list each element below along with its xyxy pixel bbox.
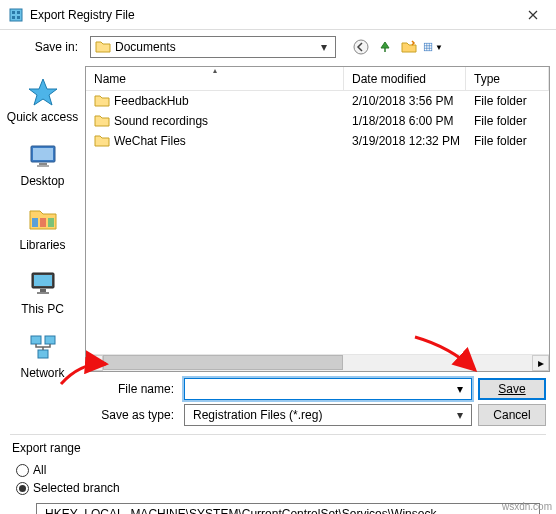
nav-buttons: ▼ — [350, 36, 444, 58]
branch-path-field[interactable] — [36, 503, 540, 514]
table-row[interactable]: Sound recordings1/18/2018 6:00 PMFile fo… — [86, 111, 549, 131]
export-range-group: Export range All Selected branch — [0, 435, 556, 514]
svg-point-5 — [354, 40, 368, 54]
svg-rect-3 — [12, 16, 15, 19]
table-row[interactable]: WeChat Files3/19/2018 12:32 PMFile folde… — [86, 131, 549, 151]
svg-rect-2 — [17, 11, 20, 14]
registry-icon — [8, 7, 24, 23]
sidebar-item-network[interactable]: Network — [0, 330, 85, 382]
svg-rect-17 — [40, 218, 46, 227]
file-name-label: File name: — [90, 382, 178, 396]
svg-marker-11 — [29, 79, 57, 105]
chevron-down-icon: ▾ — [453, 408, 467, 422]
svg-rect-23 — [31, 336, 41, 344]
column-name[interactable]: Name ▴ — [86, 67, 344, 90]
svg-rect-24 — [45, 336, 55, 344]
svg-rect-18 — [48, 218, 54, 227]
list-header: Name ▴ Date modified Type — [86, 67, 549, 91]
svg-rect-1 — [12, 11, 15, 14]
folder-icon — [94, 93, 110, 109]
svg-rect-16 — [32, 218, 38, 227]
network-icon — [27, 332, 59, 364]
file-date: 2/10/2018 3:56 PM — [344, 94, 466, 108]
folder-icon — [94, 133, 110, 149]
folder-icon — [94, 113, 110, 129]
file-name-field[interactable]: ▾ — [184, 378, 472, 400]
branch-path-input[interactable] — [43, 506, 533, 514]
radio-icon-checked — [16, 482, 29, 495]
chevron-down-icon: ▾ — [317, 40, 331, 54]
scroll-right-arrow[interactable]: ▸ — [532, 355, 549, 371]
title-bar: Export Registry File — [0, 0, 556, 30]
new-folder-button[interactable] — [398, 36, 420, 58]
view-menu-button[interactable]: ▼ — [422, 36, 444, 58]
export-range-title: Export range — [12, 441, 544, 455]
svg-rect-0 — [10, 9, 22, 21]
chevron-down-icon[interactable]: ▾ — [454, 382, 467, 396]
svg-rect-22 — [37, 292, 49, 294]
save-in-row: Save in: Documents ▾ ▼ — [0, 30, 556, 64]
window-title: Export Registry File — [30, 8, 510, 22]
svg-rect-14 — [39, 163, 47, 165]
radio-all[interactable]: All — [16, 461, 544, 479]
save-as-type-label: Save as type: — [90, 408, 178, 422]
sidebar-item-this-pc[interactable]: This PC — [0, 266, 85, 318]
save-in-combo[interactable]: Documents ▾ — [90, 36, 336, 58]
file-name-input[interactable] — [189, 382, 454, 396]
svg-rect-20 — [34, 275, 52, 286]
column-date-modified[interactable]: Date modified — [344, 67, 466, 90]
file-name: Sound recordings — [114, 114, 208, 128]
svg-rect-21 — [40, 289, 46, 292]
watermark: wsxdn.com — [502, 501, 552, 512]
libraries-icon — [27, 204, 59, 236]
svg-rect-6 — [424, 43, 432, 51]
save-in-value: Documents — [115, 40, 317, 54]
save-button[interactable]: Save — [478, 378, 546, 400]
file-type: File folder — [466, 134, 549, 148]
file-type: File folder — [466, 114, 549, 128]
quick-access-icon — [27, 76, 59, 108]
radio-selected-branch[interactable]: Selected branch — [16, 479, 544, 497]
horizontal-scrollbar[interactable]: ◂ ▸ — [86, 354, 549, 371]
sidebar-item-libraries[interactable]: Libraries — [0, 202, 85, 254]
file-name: FeedbackHub — [114, 94, 189, 108]
file-date: 1/18/2018 6:00 PM — [344, 114, 466, 128]
close-button[interactable] — [510, 0, 556, 30]
places-bar: Quick access Desktop Libraries This PC N… — [0, 64, 85, 372]
save-as-type-combo[interactable]: Registration Files (*.reg) ▾ — [184, 404, 472, 426]
desktop-icon — [27, 140, 59, 172]
documents-folder-icon — [95, 39, 111, 55]
table-row[interactable]: FeedbackHub2/10/2018 3:56 PMFile folder — [86, 91, 549, 111]
cancel-button[interactable]: Cancel — [478, 404, 546, 426]
chevron-down-icon: ▼ — [435, 43, 443, 52]
main-area: Quick access Desktop Libraries This PC N… — [0, 64, 556, 372]
svg-rect-15 — [37, 165, 49, 167]
file-list: Name ▴ Date modified Type FeedbackHub2/1… — [85, 66, 550, 372]
svg-rect-25 — [38, 350, 48, 358]
sidebar-item-desktop[interactable]: Desktop — [0, 138, 85, 190]
list-body: FeedbackHub2/10/2018 3:56 PMFile folderS… — [86, 91, 549, 354]
up-button[interactable] — [374, 36, 396, 58]
scroll-thumb[interactable] — [103, 355, 343, 370]
svg-rect-13 — [33, 148, 53, 160]
scroll-track[interactable] — [103, 355, 532, 371]
column-type[interactable]: Type — [466, 67, 549, 90]
file-name: WeChat Files — [114, 134, 186, 148]
radio-icon — [16, 464, 29, 477]
sidebar-item-quick-access[interactable]: Quick access — [0, 74, 85, 126]
back-button[interactable] — [350, 36, 372, 58]
sort-ascending-icon: ▴ — [213, 66, 217, 75]
file-date: 3/19/2018 12:32 PM — [344, 134, 466, 148]
this-pc-icon — [27, 268, 59, 300]
svg-rect-4 — [17, 16, 20, 19]
file-type: File folder — [466, 94, 549, 108]
scroll-left-arrow[interactable]: ◂ — [86, 355, 103, 371]
save-in-label: Save in: — [20, 40, 84, 54]
